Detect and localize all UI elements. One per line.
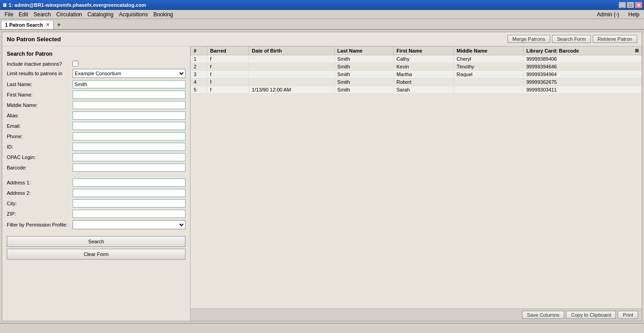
cell-dob [249,71,334,78]
merge-patrons-button[interactable]: Merge Patrons [507,35,550,43]
tab-patron-search[interactable]: 1 Patron Search ✕ [1,20,54,29]
cell-middlename: Timothy [454,63,523,71]
search-form-title: Search for Patron [7,51,185,57]
title-bar: 🖥 1: admin@BR1-winxpvmfx.phasefx.evergre… [0,0,644,10]
cell-barred: f [207,71,249,78]
table-row[interactable]: 5 f 1/13/90 12:00 AM Smith Sarah 9999930… [191,86,642,94]
maximize-button[interactable]: □ [627,2,634,8]
col-header-dob[interactable]: Date of Birth [249,47,334,55]
menu-booking[interactable]: Booking [151,11,176,18]
form-row-limit-results: Limit results to patrons in Example Cons… [7,69,185,78]
save-columns-button[interactable]: Save Columns [522,311,565,319]
cell-firstname: Kevin [394,63,454,71]
last-name-input[interactable] [73,80,185,88]
results-tbody: 1 f Smith Cathy Cheryl 99999389406 2 f S… [191,55,642,94]
id-input[interactable] [73,143,185,151]
label-zip: ZIP: [7,211,73,217]
print-button[interactable]: Print [618,311,638,319]
label-first-name: First Name: [7,92,73,97]
form-row-email: Email: [7,122,185,130]
search-form-button[interactable]: Search Form [552,35,591,43]
col-header-middlename[interactable]: Middle Name [454,47,523,55]
limit-results-select[interactable]: Example Consortium BR1 BR2 BR3 [73,69,185,78]
table-row[interactable]: 3 f Smith Martha Raquel 99999394964 [191,71,642,78]
cell-dob [249,55,334,63]
tab-patron-search-label: 1 Patron Search [5,22,43,28]
label-id: ID: [7,144,73,150]
help-menu[interactable]: Help [625,11,642,18]
city-input[interactable] [73,199,185,208]
include-inactive-checkbox[interactable] [73,61,78,67]
content-panel: No Patron Selected Merge Patrons Search … [2,32,642,321]
cell-firstname: Sarah [394,86,454,94]
tab-patron-search-close[interactable]: ✕ [46,22,49,27]
col-header-num[interactable]: # [191,47,207,55]
cell-firstname: Cathy [394,55,454,63]
clear-form-button[interactable]: Clear Form [7,249,185,260]
top-bar: No Patron Selected Merge Patrons Search … [2,32,642,46]
filter-permission-select[interactable]: Patron Staff Admin [73,220,185,229]
search-panel: Search for Patron Include inactive patro… [2,46,190,321]
cell-lastname: Smith [334,63,393,71]
label-include-inactive: Include inactive patrons? [7,61,73,67]
admin-menu[interactable]: Admin (-) [594,11,622,18]
menu-bar: File Edit Search Circulation Cataloging … [0,10,644,19]
cell-firstname: Robert [394,78,454,86]
copy-to-clipboard-button[interactable]: Copy to Clipboard [566,311,616,319]
label-city: City: [7,201,73,206]
cell-dob [249,78,334,86]
col-header-firstname[interactable]: First Name [394,47,454,55]
form-row-city: City: [7,199,185,208]
table-row[interactable]: 2 f Smith Kevin Timothy 99999394646 [191,63,642,71]
cell-barred: f [207,78,249,86]
cell-lastname: Smith [334,55,393,63]
retrieve-patron-button[interactable]: Retrieve Patron [593,35,637,43]
middle-name-input[interactable] [73,101,185,109]
col-header-barred[interactable]: Barred [207,47,249,55]
menu-cataloging[interactable]: Cataloging [85,11,116,18]
menu-acquisitions[interactable]: Acquisitions [116,11,151,18]
barcode-input[interactable] [73,164,185,172]
form-row-last-name: Last Name: [7,80,185,88]
form-row-include-inactive: Include inactive patrons? [7,61,185,67]
label-limit-results: Limit results to patrons in [7,71,73,76]
phone-input[interactable] [73,132,185,140]
cell-lastname: Smith [334,71,393,78]
menu-bar-left: File Edit Search Circulation Cataloging … [2,11,176,18]
search-button[interactable]: Search [7,236,185,247]
cell-middlename [454,86,523,94]
close-button[interactable]: ✕ [635,2,642,8]
alias-input[interactable] [73,111,185,120]
address1-input[interactable] [73,179,185,187]
app-icon: 🖥 [2,2,7,8]
form-row-zip: ZIP: [7,210,185,218]
menu-file[interactable]: File [2,11,16,18]
cell-dob [249,63,334,71]
cell-num: 5 [191,86,207,94]
cell-librarycard: 99999394646 [523,63,642,71]
opac-login-input[interactable] [73,153,185,161]
col-header-librarycard[interactable]: Library Card: Barcode ⊞ [523,47,642,55]
tab-add-button[interactable]: + [54,20,63,29]
menu-search[interactable]: Search [31,11,54,18]
table-row[interactable]: 1 f Smith Cathy Cheryl 99999389406 [191,55,642,63]
form-row-first-name: First Name: [7,91,185,99]
minimize-button[interactable]: _ [619,2,626,8]
email-input[interactable] [73,122,185,130]
address2-input[interactable] [73,189,185,197]
zip-input[interactable] [73,210,185,218]
form-row-phone: Phone: [7,132,185,140]
top-buttons: Merge Patrons Search Form Retrieve Patro… [507,35,637,43]
label-last-name: Last Name: [7,82,73,87]
first-name-input[interactable] [73,91,185,99]
cell-librarycard: 99999362675 [523,78,642,86]
col-header-lastname[interactable]: Last Name [334,47,393,55]
menu-edit[interactable]: Edit [16,11,31,18]
cell-num: 1 [191,55,207,63]
table-row[interactable]: 4 f Smith Robert 99999362675 [191,78,642,86]
menu-circulation[interactable]: Circulation [54,11,85,18]
title-bar-text: 1: admin@BR1-winxpvmfx.phasefx.evergreen… [9,2,146,8]
cell-dob: 1/13/90 12:00 AM [249,86,334,94]
cell-middlename: Raquel [454,71,523,78]
results-table: # Barred Date of Birth Last Name First N… [190,46,642,94]
